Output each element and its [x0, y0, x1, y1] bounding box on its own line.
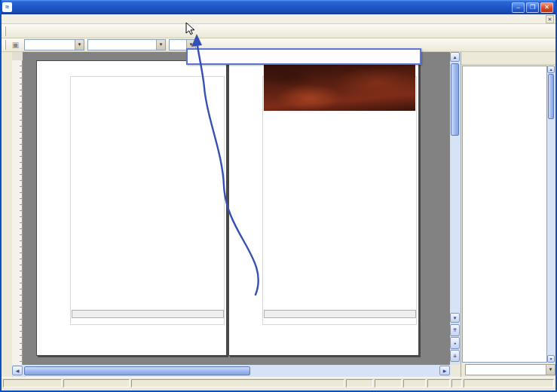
chevron-down-icon[interactable]: ▼: [156, 40, 165, 50]
status-spacer: [131, 379, 344, 387]
chevron-down-icon[interactable]: ▼: [75, 40, 84, 50]
status-page: [3, 379, 62, 387]
status-insert-mode[interactable]: [375, 379, 402, 387]
styles-list[interactable]: [462, 66, 547, 363]
lucretia-painting-image: [264, 64, 415, 111]
vertical-scrollbar[interactable]: ▲ ▼ ⇈ ● ⇊: [450, 52, 461, 365]
status-selection-mode[interactable]: [403, 379, 426, 387]
stylist-toggle-button[interactable]: ▣: [9, 39, 22, 51]
scroll-down-icon[interactable]: ▼: [450, 313, 460, 323]
ruler-corner: [12, 52, 23, 60]
next-page-icon[interactable]: ⇊: [450, 350, 460, 362]
scrollbar-thumb[interactable]: [451, 63, 459, 136]
scroll-up-icon[interactable]: ▲: [450, 52, 460, 62]
status-hyperlink-mode[interactable]: [427, 379, 450, 387]
toolbar-grip[interactable]: [4, 40, 6, 50]
text-boundary: [70, 76, 225, 325]
font-name-combo[interactable]: ▼: [87, 39, 166, 51]
toolbar-grip[interactable]: [4, 26, 6, 36]
vertical-ruler[interactable]: [12, 60, 23, 365]
menu-bar: [2, 14, 555, 24]
scroll-up-icon[interactable]: ▲: [547, 66, 555, 73]
close-button[interactable]: ✕: [540, 2, 553, 13]
status-zoom[interactable]: [346, 379, 373, 387]
page-right[interactable]: [228, 60, 419, 356]
status-page-style[interactable]: [63, 379, 130, 387]
status-bar: [2, 377, 555, 388]
maximize-button[interactable]: ❐: [526, 2, 539, 13]
writer-window: ≈ – ❐ ✕ ✕ ▣ ▼ ▼ ▼: [0, 0, 557, 392]
scrollbar-thumb[interactable]: [24, 366, 250, 375]
scroll-down-icon[interactable]: ▼: [547, 355, 555, 363]
standard-toolbar: [2, 24, 555, 38]
chevron-down-icon[interactable]: ▼: [546, 365, 555, 375]
document-area[interactable]: [23, 52, 450, 365]
styles-panel-toolbar: [461, 52, 555, 65]
navigation-icon[interactable]: ●: [450, 337, 460, 349]
paragraph-style-combo[interactable]: ▼: [24, 39, 84, 51]
scroll-right-icon[interactable]: ▶: [439, 366, 450, 375]
previous-page-icon[interactable]: ⇈: [450, 324, 460, 336]
minimize-button[interactable]: –: [512, 2, 525, 13]
instruction-tooltip: [186, 48, 421, 65]
horizontal-scrollbar[interactable]: ◀ ▶: [12, 365, 450, 377]
page-left[interactable]: [36, 60, 227, 356]
status-spacer: [464, 379, 554, 387]
status-modified-flag: [451, 379, 462, 387]
style-filter-combo[interactable]: ▼: [465, 364, 555, 375]
scrollbar-thumb[interactable]: [548, 74, 554, 119]
styles-panel: ▲ ▼ ▼: [461, 52, 555, 377]
app-icon: ≈: [2, 2, 12, 12]
scroll-left-icon[interactable]: ◀: [12, 366, 23, 375]
close-document-icon[interactable]: ✕: [546, 15, 554, 23]
title-bar: ≈ – ❐ ✕: [0, 0, 557, 14]
page-footer-frame: [72, 310, 224, 318]
text-boundary: [262, 76, 417, 325]
page-footer-frame: [264, 310, 416, 318]
styles-list-scrollbar[interactable]: ▲ ▼: [547, 66, 555, 363]
